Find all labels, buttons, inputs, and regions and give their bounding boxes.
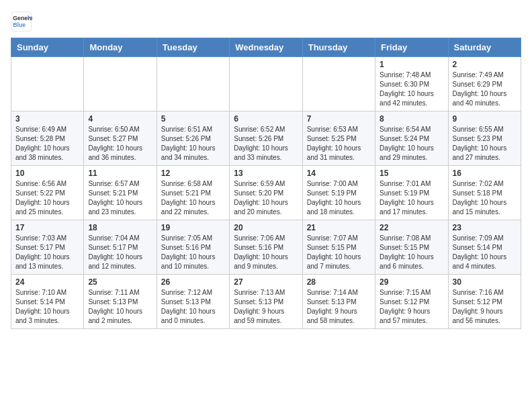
calendar-cell: 29Sunrise: 7:15 AM Sunset: 5:12 PM Dayli… [375,275,448,329]
calendar-cell [302,57,375,111]
day-number: 9 [453,114,517,124]
day-info: Sunrise: 7:16 AM Sunset: 5:12 PM Dayligh… [453,288,517,326]
day-number: 15 [380,169,443,178]
week-row-0: 1Sunrise: 7:48 AM Sunset: 6:30 PM Daylig… [11,57,521,111]
day-info: Sunrise: 7:02 AM Sunset: 5:18 PM Dayligh… [453,179,517,217]
header-wednesday: Wednesday [230,38,302,57]
calendar-cell [84,57,157,111]
day-info: Sunrise: 7:14 AM Sunset: 5:13 PM Dayligh… [307,288,371,326]
day-info: Sunrise: 7:15 AM Sunset: 5:12 PM Dayligh… [380,288,443,326]
day-number: 19 [161,223,225,232]
calendar-cell: 23Sunrise: 7:09 AM Sunset: 5:14 PM Dayli… [448,220,521,275]
calendar-cell: 24Sunrise: 7:10 AM Sunset: 5:14 PM Dayli… [11,275,84,329]
day-number: 20 [234,223,298,232]
day-info: Sunrise: 7:11 AM Sunset: 5:13 PM Dayligh… [88,288,152,326]
header-sunday: Sunday [11,38,84,57]
calendar-cell: 1Sunrise: 7:48 AM Sunset: 6:30 PM Daylig… [375,57,448,111]
day-number: 8 [380,114,443,124]
day-number: 14 [307,169,371,178]
day-number: 24 [15,277,79,287]
day-info: Sunrise: 7:00 AM Sunset: 5:19 PM Dayligh… [307,179,371,217]
calendar-cell: 6Sunrise: 6:52 AM Sunset: 5:26 PM Daylig… [230,111,302,166]
header-friday: Friday [375,38,448,57]
day-info: Sunrise: 7:12 AM Sunset: 5:13 PM Dayligh… [161,288,225,326]
page-header: General Blue [11,11,521,32]
week-row-2: 10Sunrise: 6:56 AM Sunset: 5:22 PM Dayli… [11,166,521,220]
week-row-3: 17Sunrise: 7:03 AM Sunset: 5:17 PM Dayli… [11,220,521,275]
day-number: 16 [453,169,517,178]
day-number: 1 [380,60,443,69]
day-number: 17 [15,223,79,232]
calendar-cell: 20Sunrise: 7:06 AM Sunset: 5:16 PM Dayli… [230,220,302,275]
day-number: 22 [380,223,443,232]
day-info: Sunrise: 7:07 AM Sunset: 5:15 PM Dayligh… [307,234,371,271]
day-number: 25 [88,277,152,287]
day-info: Sunrise: 7:04 AM Sunset: 5:17 PM Dayligh… [88,234,152,271]
day-info: Sunrise: 6:50 AM Sunset: 5:27 PM Dayligh… [88,125,152,163]
day-info: Sunrise: 7:09 AM Sunset: 5:14 PM Dayligh… [453,234,517,271]
calendar-cell: 4Sunrise: 6:50 AM Sunset: 5:27 PM Daylig… [84,111,157,166]
header-thursday: Thursday [302,38,375,57]
day-number: 18 [88,223,152,232]
day-info: Sunrise: 6:54 AM Sunset: 5:24 PM Dayligh… [380,125,443,163]
day-number: 28 [307,277,371,287]
day-number: 6 [234,114,298,124]
day-number: 4 [88,114,152,124]
day-info: Sunrise: 7:10 AM Sunset: 5:14 PM Dayligh… [15,288,79,326]
calendar-cell: 3Sunrise: 6:49 AM Sunset: 5:28 PM Daylig… [11,111,84,166]
calendar-cell: 7Sunrise: 6:53 AM Sunset: 5:25 PM Daylig… [302,111,375,166]
calendar-cell: 22Sunrise: 7:08 AM Sunset: 5:15 PM Dayli… [375,220,448,275]
calendar-cell: 17Sunrise: 7:03 AM Sunset: 5:17 PM Dayli… [11,220,84,275]
calendar-cell: 10Sunrise: 6:56 AM Sunset: 5:22 PM Dayli… [11,166,84,220]
day-number: 27 [234,277,298,287]
calendar-cell: 2Sunrise: 7:49 AM Sunset: 6:29 PM Daylig… [448,57,521,111]
header-tuesday: Tuesday [157,38,229,57]
day-info: Sunrise: 6:49 AM Sunset: 5:28 PM Dayligh… [15,125,79,163]
day-info: Sunrise: 6:53 AM Sunset: 5:25 PM Dayligh… [307,125,371,163]
calendar-cell: 12Sunrise: 6:58 AM Sunset: 5:21 PM Dayli… [157,166,229,220]
calendar-cell: 8Sunrise: 6:54 AM Sunset: 5:24 PM Daylig… [375,111,448,166]
week-row-4: 24Sunrise: 7:10 AM Sunset: 5:14 PM Dayli… [11,275,521,329]
calendar-cell [157,57,229,111]
calendar-cell: 25Sunrise: 7:11 AM Sunset: 5:13 PM Dayli… [84,275,157,329]
week-row-1: 3Sunrise: 6:49 AM Sunset: 5:28 PM Daylig… [11,111,521,166]
calendar-cell [230,57,302,111]
day-number: 29 [380,277,443,287]
calendar-cell: 5Sunrise: 6:51 AM Sunset: 5:26 PM Daylig… [157,111,229,166]
header-row: SundayMondayTuesdayWednesdayThursdayFrid… [11,38,521,57]
day-info: Sunrise: 7:01 AM Sunset: 5:19 PM Dayligh… [380,179,443,217]
calendar-cell: 19Sunrise: 7:05 AM Sunset: 5:16 PM Dayli… [157,220,229,275]
calendar-cell: 14Sunrise: 7:00 AM Sunset: 5:19 PM Dayli… [302,166,375,220]
day-info: Sunrise: 6:59 AM Sunset: 5:20 PM Dayligh… [234,179,298,217]
calendar-cell: 26Sunrise: 7:12 AM Sunset: 5:13 PM Dayli… [157,275,229,329]
day-number: 26 [161,277,225,287]
logo-icon: General Blue [11,11,32,32]
calendar-cell [11,57,84,111]
day-number: 12 [161,169,225,178]
calendar-cell: 9Sunrise: 6:55 AM Sunset: 5:23 PM Daylig… [448,111,521,166]
day-info: Sunrise: 7:49 AM Sunset: 6:29 PM Dayligh… [453,71,517,108]
day-number: 21 [307,223,371,232]
day-info: Sunrise: 7:13 AM Sunset: 5:13 PM Dayligh… [234,288,298,326]
day-info: Sunrise: 6:56 AM Sunset: 5:22 PM Dayligh… [15,179,79,217]
day-number: 11 [88,169,152,178]
day-info: Sunrise: 7:03 AM Sunset: 5:17 PM Dayligh… [15,234,79,271]
header-monday: Monday [84,38,157,57]
svg-text:Blue: Blue [13,21,26,28]
day-info: Sunrise: 7:05 AM Sunset: 5:16 PM Dayligh… [161,234,225,271]
calendar-cell: 30Sunrise: 7:16 AM Sunset: 5:12 PM Dayli… [448,275,521,329]
calendar-cell: 13Sunrise: 6:59 AM Sunset: 5:20 PM Dayli… [230,166,302,220]
day-info: Sunrise: 6:51 AM Sunset: 5:26 PM Dayligh… [161,125,225,163]
day-number: 5 [161,114,225,124]
day-info: Sunrise: 7:08 AM Sunset: 5:15 PM Dayligh… [380,234,443,271]
calendar-cell: 28Sunrise: 7:14 AM Sunset: 5:13 PM Dayli… [302,275,375,329]
day-info: Sunrise: 6:52 AM Sunset: 5:26 PM Dayligh… [234,125,298,163]
header-saturday: Saturday [448,38,521,57]
calendar-cell: 18Sunrise: 7:04 AM Sunset: 5:17 PM Dayli… [84,220,157,275]
calendar-cell: 15Sunrise: 7:01 AM Sunset: 5:19 PM Dayli… [375,166,448,220]
calendar-cell: 27Sunrise: 7:13 AM Sunset: 5:13 PM Dayli… [230,275,302,329]
day-info: Sunrise: 6:57 AM Sunset: 5:21 PM Dayligh… [88,179,152,217]
day-info: Sunrise: 6:55 AM Sunset: 5:23 PM Dayligh… [453,125,517,163]
day-number: 2 [453,60,517,69]
day-number: 23 [453,223,517,232]
